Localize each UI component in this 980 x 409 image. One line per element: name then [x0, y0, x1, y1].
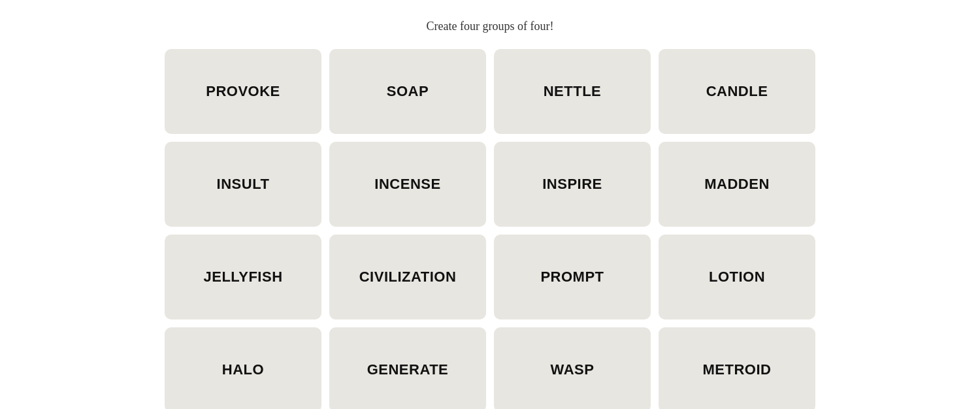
tile-label-incense: INCENSE: [374, 176, 440, 193]
tile-label-inspire: INSPIRE: [542, 176, 602, 193]
tile-label-madden: MADDEN: [704, 176, 770, 193]
puzzle-grid: PROVOKESOAPNETTLECANDLEINSULTINCENSEINSP…: [165, 49, 815, 409]
tile-label-generate: GENERATE: [367, 361, 449, 378]
tile-label-civilization: CIVILIZATION: [359, 269, 457, 286]
tile-generate[interactable]: GENERATE: [329, 327, 486, 409]
tile-label-halo: HALO: [222, 361, 264, 378]
tile-incense[interactable]: INCENSE: [329, 142, 486, 227]
tile-label-prompt: PROMPT: [540, 269, 604, 286]
tile-label-wasp: WASP: [551, 361, 595, 378]
tile-label-candle: CANDLE: [706, 83, 768, 100]
tile-label-nettle: NETTLE: [544, 83, 602, 100]
tile-prompt[interactable]: PROMPT: [494, 235, 651, 319]
tile-candle[interactable]: CANDLE: [659, 49, 815, 134]
tile-label-insult: INSULT: [217, 176, 270, 193]
tile-halo[interactable]: HALO: [165, 327, 321, 409]
tile-wasp[interactable]: WASP: [494, 327, 651, 409]
tile-civilization[interactable]: CIVILIZATION: [329, 235, 486, 319]
tile-inspire[interactable]: INSPIRE: [494, 142, 651, 227]
tile-soap[interactable]: SOAP: [329, 49, 486, 134]
subtitle: Create four groups of four!: [427, 20, 554, 33]
tile-jellyfish[interactable]: JELLYFISH: [165, 235, 321, 319]
tile-label-metroid: METROID: [703, 361, 772, 378]
tile-label-soap: SOAP: [387, 83, 429, 100]
tile-label-provoke: PROVOKE: [206, 83, 280, 100]
tile-madden[interactable]: MADDEN: [659, 142, 815, 227]
tile-lotion[interactable]: LOTION: [659, 235, 815, 319]
tile-metroid[interactable]: METROID: [659, 327, 815, 409]
tile-label-jellyfish: JELLYFISH: [203, 269, 282, 286]
tile-nettle[interactable]: NETTLE: [494, 49, 651, 134]
tile-insult[interactable]: INSULT: [165, 142, 321, 227]
tile-provoke[interactable]: PROVOKE: [165, 49, 321, 134]
tile-label-lotion: LOTION: [709, 269, 765, 286]
